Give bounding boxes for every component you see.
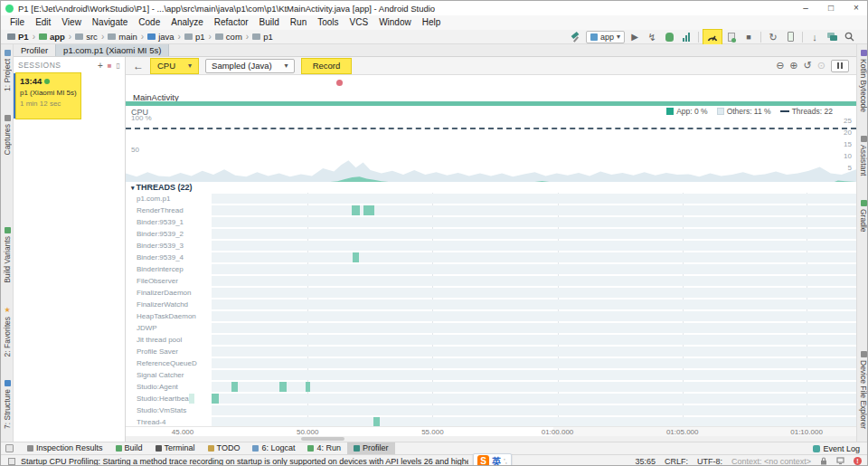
restore-button[interactable]: □ (818, 1, 844, 15)
tab-profiler[interactable]: Profiler (14, 44, 55, 56)
thread-row-finalizerdaemon[interactable]: FinalizerDaemon (126, 287, 856, 299)
thread-row-fileobserver[interactable]: FileObserver (126, 275, 856, 287)
strip-item-assistant[interactable]: Assistant (859, 136, 868, 176)
lock-icon[interactable] (820, 457, 827, 465)
stop-session-icon[interactable]: ■ (108, 62, 112, 70)
bottom-tab-4-run[interactable]: 4: Run (301, 442, 347, 454)
threads-header[interactable]: ▾THREADS (22) (126, 182, 856, 193)
collapse-panel-icon[interactable]: ▯ (117, 62, 120, 70)
bottom-tab-profiler[interactable]: Profiler (347, 442, 395, 454)
zoom-to-selection-icon[interactable]: ⊙ (817, 60, 826, 71)
menu-item-window[interactable]: Window (373, 15, 417, 30)
strip-item-1-project[interactable]: 1: Project (3, 50, 12, 91)
line-separator[interactable]: CRLF: (665, 457, 688, 466)
thread-row-binder-9539-2[interactable]: Binder:9539_2 (126, 228, 856, 240)
menu-item-view[interactable]: View (56, 15, 87, 30)
strip-item-captures[interactable]: Captures (3, 115, 12, 156)
sync-gradle-icon[interactable]: ↻ (766, 31, 780, 43)
add-session-icon[interactable]: + (98, 61, 103, 71)
bottom-tab-build[interactable]: Build (109, 442, 149, 454)
breadcrumb-item-p1-0[interactable]: P1 (6, 32, 30, 42)
thread-row-renderthread[interactable]: RenderThread (126, 204, 856, 216)
thread-row-profile-saver[interactable]: Profile Saver (126, 346, 856, 357)
avd-manager-icon[interactable] (783, 31, 797, 43)
strip-item-device-file-explorer[interactable]: Device File Explorer (859, 351, 868, 429)
attach-debugger-icon[interactable] (724, 31, 739, 43)
strip-item-gradle[interactable]: Gradle (859, 200, 868, 233)
search-everywhere-icon[interactable] (842, 31, 856, 43)
back-icon[interactable]: ← (133, 60, 144, 72)
apply-changes-icon[interactable]: ↯ (645, 31, 659, 43)
menu-item-vcs[interactable]: VCS (344, 15, 374, 30)
stop-icon[interactable]: ■ (741, 31, 756, 43)
breadcrumb-item-com-6[interactable]: com (214, 32, 243, 42)
sdk-manager-icon[interactable]: ↓ (807, 31, 822, 43)
caret-position[interactable]: 35:65 (635, 457, 656, 466)
context-indicator[interactable]: Context: <no context> (731, 457, 811, 466)
thread-row-heaptaskdaemon[interactable]: HeapTaskDaemon (126, 310, 856, 322)
thread-row-binder-9539-4[interactable]: Binder:9539_4 (126, 252, 856, 263)
file-encoding[interactable]: UTF-8: (697, 457, 722, 466)
cpu-chart[interactable]: CPU 100 % 50 App: 0 %Others: 11 %Threads… (126, 106, 856, 182)
event-log-button[interactable]: Event Log (813, 444, 868, 453)
error-notification-icon[interactable]: ! (854, 457, 862, 465)
menu-item-refactor[interactable]: Refactor (209, 15, 254, 30)
menu-item-run[interactable]: Run (285, 15, 312, 30)
zoom-in-icon[interactable]: ⊕ (789, 60, 797, 71)
build-hammer-icon[interactable] (569, 31, 583, 43)
thread-row-thread-4[interactable]: Thread-4 (126, 416, 856, 426)
breadcrumb-item-java-4[interactable]: java (146, 32, 175, 42)
strip-item-7-structure[interactable]: 7: Structure (3, 380, 12, 429)
scrollbar-thumb[interactable] (301, 437, 344, 441)
menu-item-build[interactable]: Build (254, 15, 285, 30)
cpu-mode-select[interactable]: Sampled (Java) ▾ (205, 59, 295, 73)
thread-row-p1-com-p1[interactable]: p1.com.p1 (126, 193, 856, 204)
debug-icon[interactable] (662, 31, 676, 43)
menu-item-help[interactable]: Help (417, 15, 447, 30)
menu-item-edit[interactable]: Edit (30, 15, 56, 30)
thread-row-jit-thread-pool[interactable]: Jit thread pool (126, 334, 856, 346)
menu-item-file[interactable]: File (5, 15, 30, 30)
device-icon[interactable] (836, 457, 844, 465)
bottom-tab-inspection-results[interactable]: Inspection Results (21, 442, 109, 454)
close-button[interactable]: × (844, 1, 868, 15)
run-config-select[interactable]: app ▾ (586, 31, 625, 43)
thread-row-studio-agent[interactable]: Studio:Agent (126, 381, 856, 393)
menu-item-analyze[interactable]: Analyze (165, 15, 209, 30)
breadcrumb-item-src-2[interactable]: src (74, 32, 99, 42)
thread-row-binderintercep[interactable]: Binderintercep (126, 263, 856, 275)
bottom-tab-6-logcat[interactable]: 6: Logcat (246, 442, 301, 454)
cpu-stage-select[interactable]: CPU ▾ (151, 59, 198, 73)
profile-icon[interactable] (679, 31, 693, 43)
reset-zoom-icon[interactable]: ↺ (804, 60, 812, 71)
thread-row-finalizerwatchd[interactable]: FinalizerWatchd (126, 299, 856, 310)
breadcrumb-item-p1-5[interactable]: p1 (184, 32, 206, 42)
run-icon[interactable]: ▶ (627, 31, 642, 43)
thread-row-studio-vmstats[interactable]: Studio:VmStats (126, 404, 856, 416)
breadcrumb-item-main-3[interactable]: main (107, 32, 138, 42)
thread-row-binder-9539-1[interactable]: Binder:9539_1 (126, 216, 856, 228)
profiler-gauge-icon[interactable] (703, 30, 722, 44)
thread-row-binder-9539-3[interactable]: Binder:9539_3 (126, 240, 856, 252)
tab-p1-com-p1-xiaomi-mi-5s[interactable]: p1.com.p1 (Xiaomi MI 5s) (55, 44, 169, 56)
ime-indicator[interactable]: S 英 ’, (473, 453, 512, 466)
minimize-button[interactable]: – (793, 1, 818, 15)
breadcrumb-item-p1-7[interactable]: p1 (251, 32, 274, 42)
thread-row-referencequeued[interactable]: ReferenceQueueD (126, 357, 856, 369)
breadcrumb-item-app-1[interactable]: app (38, 32, 66, 42)
record-button[interactable]: Record (302, 59, 352, 73)
strip-item-2-favorites[interactable]: ★2: Favorites (3, 307, 12, 357)
menu-item-tools[interactable]: Tools (312, 15, 344, 30)
toolwindow-switcher-icon[interactable] (5, 444, 14, 452)
live-pause-button[interactable] (831, 60, 849, 72)
project-structure-icon[interactable] (825, 31, 839, 43)
session-item[interactable]: 13:44 p1 (Xiaomi MI 5s) 1 min 12 sec (14, 73, 80, 119)
menu-item-code[interactable]: Code (133, 15, 165, 30)
thread-row-studio-heartbea[interactable]: Studio:Heartbea (126, 393, 856, 404)
bottom-tab-todo[interactable]: TODO (202, 442, 247, 454)
thread-row-signal-catcher[interactable]: Signal Catcher (126, 369, 856, 381)
strip-item-build-variants[interactable]: Build Variants (3, 227, 12, 283)
status-message[interactable]: Startup CPU Profiling: Starting a method… (21, 457, 468, 466)
menu-item-navigate[interactable]: Navigate (87, 15, 133, 30)
strip-item-kotlin-bytecode[interactable]: Kotlin Bytecode (859, 50, 868, 112)
